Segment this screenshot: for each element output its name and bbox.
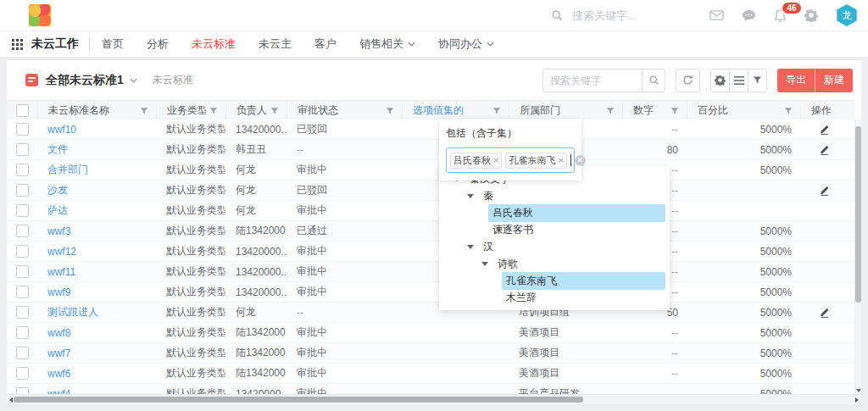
record-link[interactable]: 萨达 bbox=[37, 201, 156, 220]
filter-tag-input[interactable]: 吕氏春秋 × 孔雀东南飞 × ✕ bbox=[446, 147, 575, 173]
column-filter-icon[interactable] bbox=[267, 107, 279, 115]
scroll-right-arrow-icon[interactable] bbox=[855, 397, 859, 403]
table-row[interactable]: wwf12默认业务类型13420000...审批中--5000% bbox=[7, 242, 854, 262]
column-filter-icon[interactable] bbox=[781, 107, 793, 115]
list-search-input[interactable] bbox=[543, 75, 642, 86]
nav-item[interactable]: 协同办公 bbox=[438, 36, 494, 52]
global-search-input[interactable] bbox=[570, 8, 709, 23]
tree-item[interactable]: 谏逐客书 bbox=[439, 221, 670, 238]
row-checkbox[interactable] bbox=[16, 164, 29, 176]
record-link[interactable]: wwf11 bbox=[37, 262, 156, 281]
remove-tag-icon[interactable]: × bbox=[493, 155, 498, 165]
record-link[interactable]: 合并部门 bbox=[37, 160, 156, 180]
edit-icon[interactable] bbox=[819, 307, 830, 319]
nav-item[interactable]: 首页 bbox=[102, 36, 124, 52]
table-row[interactable]: wwf7默认业务类型陆1342000...审批中美酒项目--5000% bbox=[7, 343, 854, 364]
record-link[interactable]: wwf9 bbox=[37, 282, 156, 302]
column-header[interactable]: 业务类型 bbox=[157, 101, 226, 120]
row-checkbox[interactable] bbox=[16, 265, 29, 278]
tree-item[interactable]: 秦 bbox=[439, 187, 670, 204]
create-button[interactable]: 新建 bbox=[815, 69, 853, 92]
column-filter-icon[interactable] bbox=[136, 107, 148, 115]
tree-item[interactable]: 诗歌 bbox=[439, 255, 670, 272]
row-checkbox[interactable] bbox=[16, 225, 29, 237]
column-filter-icon[interactable] bbox=[603, 107, 615, 115]
column-settings-gear-icon[interactable] bbox=[711, 69, 729, 92]
table-row[interactable]: wwf8默认业务类型陆1342000...审批中美酒项目--5000% bbox=[7, 323, 854, 343]
remove-tag-icon[interactable]: × bbox=[558, 155, 563, 165]
column-header[interactable]: 操作 bbox=[801, 101, 849, 120]
column-filter-icon[interactable] bbox=[206, 107, 218, 115]
vertical-scrollbar-thumb[interactable] bbox=[855, 126, 861, 303]
filter-tag[interactable]: 吕氏春秋 × bbox=[450, 153, 502, 169]
row-checkbox[interactable] bbox=[16, 204, 29, 217]
chat-icon[interactable] bbox=[742, 9, 756, 22]
column-header[interactable]: 未云标准名称 bbox=[38, 101, 157, 120]
record-link[interactable]: 沙发 bbox=[37, 181, 156, 200]
table-row[interactable]: wwf4默认业务类型13420000...审批中平台产品研发--5000% bbox=[7, 384, 854, 394]
horizontal-scrollbar[interactable] bbox=[7, 394, 861, 404]
global-search[interactable] bbox=[551, 0, 709, 31]
caret-down-icon[interactable] bbox=[481, 262, 488, 266]
record-link[interactable]: 文件 bbox=[37, 140, 156, 159]
record-link[interactable]: wwf7 bbox=[37, 343, 156, 363]
record-link[interactable]: 测试跟进人 bbox=[37, 303, 156, 322]
vertical-scrollbar[interactable] bbox=[854, 119, 861, 394]
column-header[interactable]: 所属部门 bbox=[509, 101, 623, 120]
view-title[interactable]: 全部未云标准1 bbox=[46, 73, 124, 88]
record-link[interactable]: wwf10 bbox=[37, 119, 156, 139]
table-row[interactable]: wwf6默认业务类型陆1342000...审批中美酒项目--5000% bbox=[7, 364, 854, 384]
scroll-left-arrow-icon[interactable] bbox=[9, 397, 13, 403]
row-checkbox[interactable] bbox=[16, 387, 29, 394]
table-row[interactable]: wwf3默认业务类型陆1342000...已通过--5000% bbox=[7, 221, 854, 242]
caret-down-icon[interactable] bbox=[467, 245, 474, 249]
column-header[interactable]: 审批状态 bbox=[287, 101, 403, 120]
tree-item[interactable]: 吕氏春秋 bbox=[439, 204, 670, 221]
row-checkbox[interactable] bbox=[16, 245, 29, 258]
record-link[interactable]: wwf12 bbox=[37, 242, 156, 261]
nav-item[interactable]: 客户 bbox=[314, 36, 337, 52]
record-link[interactable]: wwf3 bbox=[37, 221, 156, 241]
filter-funnel-icon[interactable] bbox=[748, 69, 766, 92]
column-header[interactable]: 负责人 bbox=[226, 101, 287, 120]
tree-item[interactable]: 孔雀东南飞 bbox=[439, 272, 670, 289]
edit-icon[interactable] bbox=[819, 185, 830, 197]
row-checkbox[interactable] bbox=[16, 326, 29, 339]
app-launcher-icon[interactable] bbox=[12, 39, 23, 50]
scroll-down-arrow-icon[interactable] bbox=[856, 389, 861, 392]
row-checkbox[interactable] bbox=[16, 286, 29, 298]
table-row[interactable]: 合并部门默认业务类型何龙审批中--5000% bbox=[7, 160, 854, 181]
row-checkbox[interactable] bbox=[16, 123, 29, 136]
edit-icon[interactable] bbox=[819, 144, 830, 156]
table-row[interactable]: 萨达默认业务类型何龙审批中-- bbox=[7, 201, 854, 221]
table-row[interactable]: wwf11默认业务类型13420000...审批中--5000% bbox=[7, 262, 854, 282]
tree-item[interactable]: 木兰辞 bbox=[439, 289, 670, 306]
table-row[interactable]: 测试跟进人默认业务类型何龙--培训项目组505000% bbox=[7, 303, 854, 323]
select-all-checkbox[interactable] bbox=[16, 104, 29, 117]
mail-icon[interactable] bbox=[709, 9, 724, 21]
settings-gear-icon[interactable] bbox=[804, 8, 818, 22]
record-link[interactable]: wwf6 bbox=[37, 364, 156, 383]
horizontal-scrollbar-thumb[interactable] bbox=[14, 397, 583, 403]
caret-down-icon[interactable] bbox=[467, 194, 474, 198]
column-filter-icon[interactable] bbox=[382, 107, 394, 115]
row-checkbox[interactable] bbox=[16, 347, 29, 359]
search-button[interactable] bbox=[642, 69, 665, 92]
column-filter-icon[interactable] bbox=[489, 107, 501, 115]
column-header[interactable]: 数字 bbox=[623, 101, 687, 120]
nav-item[interactable]: 销售相关 bbox=[359, 36, 415, 52]
clear-input-icon[interactable]: ✕ bbox=[575, 155, 586, 166]
row-checkbox[interactable] bbox=[16, 143, 29, 156]
user-avatar[interactable]: 龙 bbox=[836, 4, 858, 26]
nav-item[interactable]: 未云主 bbox=[259, 36, 292, 52]
table-row[interactable]: wwf10默认业务类型13420000...已驳回--5000% bbox=[7, 119, 854, 140]
notifications-bell-icon[interactable]: 46 bbox=[774, 8, 787, 23]
column-header[interactable]: 选项值集的 bbox=[403, 101, 509, 120]
row-checkbox[interactable] bbox=[16, 306, 29, 319]
export-button[interactable]: 导出 bbox=[777, 69, 815, 92]
record-link[interactable]: wwf4 bbox=[37, 384, 156, 394]
column-header[interactable]: 百分比 bbox=[687, 101, 801, 120]
nav-item[interactable]: 分析 bbox=[147, 36, 169, 52]
row-checkbox[interactable] bbox=[16, 184, 29, 197]
list-layout-icon[interactable] bbox=[729, 69, 748, 92]
